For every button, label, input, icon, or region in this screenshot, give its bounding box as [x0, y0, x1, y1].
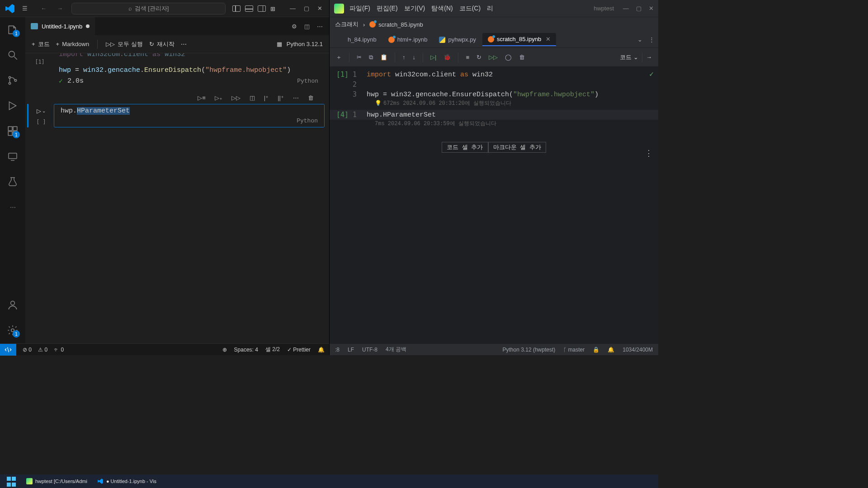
add-code-cell-button[interactable]: 코드 셀 추가	[442, 142, 488, 153]
minimize-icon[interactable]: —	[623, 5, 629, 12]
menu-icon[interactable]: ☰	[22, 5, 28, 12]
more-icon[interactable]: ⋯	[6, 201, 19, 213]
expand-icon[interactable]: →	[646, 54, 652, 61]
more-editor-actions-icon[interactable]: ⋯	[317, 23, 323, 30]
run-cell-button[interactable]: ▷ ⌄	[37, 108, 46, 114]
editor-tab-active[interactable]: scratch_85.ipynb ✕	[482, 33, 556, 46]
minimize-icon[interactable]: —	[290, 5, 296, 12]
execute-below-icon[interactable]: ▷▷	[230, 93, 242, 103]
toggle-primary-sidebar-icon[interactable]	[232, 5, 241, 12]
customize-layout-icon[interactable]: ⊞	[270, 5, 278, 12]
split-cell-icon[interactable]: ◫	[248, 93, 257, 103]
tabs-dropdown-icon[interactable]: ⌄	[637, 36, 642, 43]
insert-above-icon[interactable]: |⁺	[262, 93, 270, 103]
warnings-count[interactable]: ⚠ 0	[38, 347, 47, 353]
menu-navigate[interactable]: 탐색(N)	[431, 5, 453, 13]
notebook-settings-icon[interactable]: ⚙	[292, 23, 297, 30]
cell-position[interactable]: 셀 2/2	[265, 346, 280, 353]
maximize-icon[interactable]: ▢	[636, 5, 642, 12]
account-icon[interactable]	[6, 299, 19, 311]
restart-kernel-button[interactable]: ↻ 재시작	[149, 40, 175, 48]
delete-icon[interactable]: 🗑	[519, 54, 525, 61]
toggle-secondary-sidebar-icon[interactable]	[258, 5, 266, 12]
encoding[interactable]: UTF-8	[362, 347, 377, 353]
editor-tab[interactable]: h_84.ipynb	[333, 33, 382, 46]
editor-area[interactable]: ✓ [1] 1 import win32com.client as win32 …	[330, 67, 658, 343]
add-markdown-cell-button[interactable]: 마크다운 셀 추가	[488, 142, 547, 153]
git-branch[interactable]: ᚴ master	[563, 347, 585, 353]
line-ending[interactable]: LF	[348, 347, 354, 353]
menu-view[interactable]: 보기(V)	[404, 5, 425, 13]
notifications-icon[interactable]: 🔔	[608, 347, 614, 353]
editor-more-icon[interactable]: ⋮	[645, 148, 653, 158]
editor-tab[interactable]: html+.ipynb	[383, 33, 433, 46]
zoom-icon[interactable]: ⊕	[222, 347, 227, 353]
move-down-icon[interactable]: ↓	[413, 54, 416, 61]
more-toolbar-icon[interactable]: ⋯	[181, 41, 187, 47]
insert-below-icon[interactable]: ||⁺	[276, 93, 286, 103]
kernel-picker[interactable]: Python 3.12.1	[287, 41, 323, 47]
execute-cell-icon[interactable]: ▷₊	[213, 93, 224, 103]
run-all-icon[interactable]: ▷▷	[489, 54, 498, 61]
testing-icon[interactable]	[6, 175, 19, 188]
close-icon[interactable]: ✕	[649, 5, 654, 12]
nav-forward-icon[interactable]: →	[55, 3, 65, 14]
search-activity-icon[interactable]	[6, 49, 19, 61]
editor-tab[interactable]: pyhwpx.py	[434, 33, 481, 46]
breadcrumb-item[interactable]: 스크래치	[335, 20, 359, 28]
command-center[interactable]: ⌕ 검색 [관리자]	[71, 3, 226, 14]
cell-editor[interactable]: import win32com.client as win32 hwp = wi…	[52, 55, 325, 88]
editor-tab-untitled[interactable]: Untitled-1.ipynb	[25, 17, 95, 35]
source-control-icon[interactable]	[6, 74, 19, 87]
interpreter[interactable]: Python 3.12 (hwptest)	[503, 347, 556, 353]
debug-cell-icon[interactable]: 🐞	[443, 54, 451, 61]
cut-icon[interactable]: ✂	[357, 54, 362, 61]
menu-file[interactable]: 파일(F)	[349, 5, 370, 13]
menu-code[interactable]: 코드(C)	[459, 5, 481, 13]
breadcrumb-item[interactable]: scratch_85.ipynb	[369, 21, 423, 28]
prettier-status[interactable]: ✓ Prettier	[287, 347, 311, 353]
clear-output-icon[interactable]: ◯	[505, 54, 512, 61]
column-indicator[interactable]: :8	[335, 347, 340, 353]
remote-indicator[interactable]	[0, 344, 16, 356]
run-cell-icon[interactable]: ▷|	[430, 54, 436, 61]
run-debug-icon[interactable]	[6, 99, 19, 112]
copy-icon[interactable]: ⧉	[369, 54, 373, 61]
run-by-line-icon[interactable]: ▷≡	[196, 93, 208, 103]
ports-count[interactable]: ᯤ 0	[54, 347, 64, 353]
nav-back-icon[interactable]: ←	[39, 3, 48, 14]
explorer-icon[interactable]: 1	[6, 23, 19, 36]
lightbulb-icon[interactable]: 💡	[375, 100, 382, 107]
split-editor-icon[interactable]: ◫	[304, 23, 310, 30]
add-code-button[interactable]: + 코드	[32, 40, 50, 48]
code-line[interactable]: hwp.HParameterSet	[61, 107, 318, 115]
errors-count[interactable]: ⊘ 0	[23, 347, 32, 353]
extensions-icon[interactable]: 1	[6, 125, 19, 137]
lock-icon[interactable]: 🔒	[593, 347, 599, 353]
menu-more[interactable]: 리	[487, 5, 493, 13]
restart-icon[interactable]: ↻	[476, 54, 481, 61]
indent-indicator[interactable]: 4개 공백	[386, 346, 406, 353]
close-icon[interactable]: ✕	[317, 5, 322, 12]
remote-icon[interactable]	[6, 150, 19, 163]
more-cell-actions-icon[interactable]: ⋯	[291, 93, 301, 103]
tabs-more-icon[interactable]: ⋮	[649, 36, 655, 43]
spaces-indicator[interactable]: Spaces: 4	[234, 347, 258, 353]
stop-icon[interactable]: ■	[466, 54, 469, 61]
memory-indicator[interactable]: 1034/2400M	[623, 347, 653, 353]
delete-cell-icon[interactable]: 🗑	[306, 93, 316, 103]
inspection-ok-icon[interactable]: ✓	[649, 70, 654, 79]
cell-editor[interactable]: hwp.HParameterSet Python	[54, 104, 325, 127]
paste-icon[interactable]: 📋	[380, 54, 387, 61]
run-all-button[interactable]: ▷▷ 모두 실행	[106, 40, 143, 48]
maximize-icon[interactable]: ▢	[304, 5, 309, 12]
cell-type-selector[interactable]: 코드 ⌄	[620, 53, 638, 61]
toggle-panel-icon[interactable]	[245, 5, 253, 12]
add-cell-icon[interactable]: ＋	[336, 53, 342, 61]
menu-edit[interactable]: 편집(E)	[377, 5, 398, 13]
add-markdown-button[interactable]: + Markdown	[56, 41, 90, 47]
settings-gear-icon[interactable]: 1	[6, 324, 19, 337]
close-tab-icon[interactable]: ✕	[546, 36, 551, 42]
move-up-icon[interactable]: ↑	[402, 54, 406, 61]
notifications-icon[interactable]: 🔔	[318, 347, 325, 353]
